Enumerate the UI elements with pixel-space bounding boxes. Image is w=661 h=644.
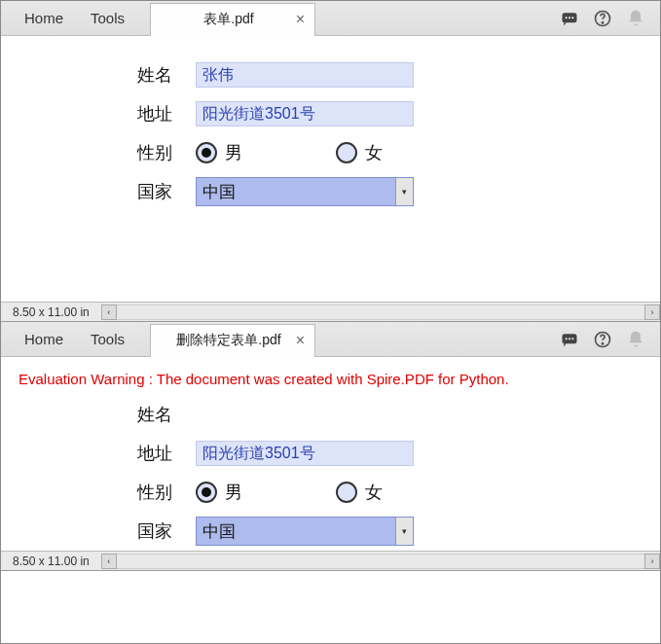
horizontal-scrollbar[interactable]: ‹ › — [101, 554, 660, 569]
country-value: 中国 — [202, 520, 236, 543]
address-field[interactable]: 阳光街道3501号 — [196, 441, 414, 466]
scroll-right-icon[interactable]: › — [644, 304, 660, 320]
document-tab[interactable]: 表单.pdf × — [150, 3, 315, 36]
svg-point-8 — [569, 338, 570, 340]
tabbar: Home Tools 表单.pdf × — [1, 1, 660, 36]
scroll-left-icon[interactable]: ‹ — [101, 554, 117, 569]
field-row-name: 姓名 — [137, 395, 660, 434]
svg-point-2 — [569, 17, 570, 18]
pdf-viewer-pane-1: Home Tools 表单.pdf × 姓名 张伟 地址 阳光 — [1, 1, 660, 322]
field-row-address: 地址 阳光街道3501号 — [137, 94, 660, 133]
svg-point-7 — [566, 338, 568, 340]
document-tab-title: 删除特定表单.pdf — [161, 332, 296, 349]
field-row-gender: 性别 男 女 — [137, 133, 660, 172]
document-area: Evaluation Warning : The document was cr… — [1, 357, 660, 551]
radio-female[interactable] — [336, 142, 357, 163]
gender-label: 性别 — [137, 141, 196, 164]
country-value: 中国 — [202, 181, 236, 203]
pdf-form: 姓名 张伟 地址 阳光街道3501号 性别 男 女 国家 中国 — [1, 36, 660, 211]
country-label: 国家 — [137, 180, 196, 203]
pdf-form: 姓名 地址 阳光街道3501号 性别 男 女 国家 中国 ▾ — [1, 389, 660, 551]
radio-male-label: 男 — [225, 141, 242, 164]
page-dimensions: 8.50 x 11.00 in — [1, 555, 101, 568]
close-tab-icon[interactable]: × — [292, 11, 309, 28]
country-dropdown[interactable]: 中国 ▾ — [196, 177, 414, 206]
tabbar: Home Tools 删除特定表单.pdf × — [1, 322, 660, 357]
close-tab-icon[interactable]: × — [292, 332, 309, 349]
field-row-country: 国家 中国 ▾ — [137, 172, 660, 211]
field-row-name: 姓名 张伟 — [137, 55, 660, 94]
radio-female[interactable] — [336, 482, 357, 503]
chevron-down-icon[interactable]: ▾ — [395, 518, 413, 545]
tab-home[interactable]: Home — [11, 322, 77, 356]
svg-point-1 — [566, 17, 568, 18]
statusbar: 8.50 x 11.00 in ‹ › — [1, 302, 660, 321]
tab-tools[interactable]: Tools — [77, 1, 138, 35]
svg-point-3 — [571, 17, 573, 18]
bell-icon[interactable] — [625, 8, 646, 29]
help-icon[interactable] — [592, 329, 613, 350]
svg-point-9 — [571, 338, 573, 340]
chevron-down-icon[interactable]: ▾ — [395, 178, 413, 205]
address-field[interactable]: 阳光街道3501号 — [196, 101, 414, 126]
scroll-track[interactable] — [117, 554, 644, 569]
statusbar: 8.50 x 11.00 in ‹ › — [1, 551, 660, 570]
gender-radio-group: 男 女 — [196, 481, 383, 504]
document-tab[interactable]: 删除特定表单.pdf × — [150, 324, 315, 357]
radio-female-label: 女 — [365, 481, 383, 504]
country-dropdown[interactable]: 中国 ▾ — [196, 517, 414, 546]
gender-label: 性别 — [137, 481, 196, 504]
address-label: 地址 — [137, 442, 196, 465]
country-label: 国家 — [137, 519, 196, 543]
tab-tools[interactable]: Tools — [77, 322, 138, 356]
chat-icon[interactable] — [559, 329, 580, 350]
field-row-country: 国家 中国 ▾ — [137, 512, 660, 551]
radio-male[interactable] — [196, 142, 217, 163]
horizontal-scrollbar[interactable]: ‹ › — [101, 304, 660, 320]
document-tab-title: 表单.pdf — [188, 11, 269, 28]
name-field[interactable]: 张伟 — [196, 62, 414, 88]
help-icon[interactable] — [592, 8, 613, 29]
chat-icon[interactable] — [559, 8, 580, 29]
field-row-gender: 性别 男 女 — [137, 473, 660, 512]
field-row-address: 地址 阳光街道3501号 — [137, 434, 660, 473]
document-area: 姓名 张伟 地址 阳光街道3501号 性别 男 女 国家 中国 — [1, 36, 660, 302]
page-dimensions: 8.50 x 11.00 in — [1, 305, 101, 319]
tabbar-actions — [559, 329, 660, 350]
bell-icon[interactable] — [625, 329, 646, 350]
scroll-track[interactable] — [117, 304, 644, 320]
tab-home[interactable]: Home — [11, 1, 77, 35]
evaluation-warning: Evaluation Warning : The document was cr… — [1, 357, 660, 389]
tabbar-actions — [559, 8, 660, 29]
radio-male[interactable] — [196, 482, 217, 503]
pdf-viewer-pane-2: Home Tools 删除特定表单.pdf × Evaluation Warni… — [1, 322, 660, 571]
svg-point-11 — [602, 342, 603, 343]
svg-point-5 — [602, 21, 603, 22]
radio-male-label: 男 — [225, 481, 242, 504]
name-label: 姓名 — [137, 63, 196, 87]
scroll-left-icon[interactable]: ‹ — [101, 304, 117, 320]
radio-female-label: 女 — [365, 141, 383, 164]
address-label: 地址 — [137, 102, 196, 125]
gender-radio-group: 男 女 — [196, 141, 383, 164]
name-label: 姓名 — [137, 403, 196, 426]
scroll-right-icon[interactable]: › — [644, 554, 660, 569]
